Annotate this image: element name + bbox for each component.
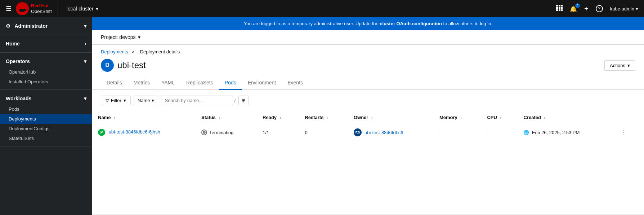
pod-status-icon: P xyxy=(98,129,105,136)
columns-button[interactable]: ⊞ xyxy=(238,96,249,105)
project-bar: Project: devops ▾ xyxy=(92,30,644,45)
cpu-sort-icon[interactable]: ↕ xyxy=(500,116,501,120)
workloads-chevron-icon: ▾ xyxy=(84,96,86,101)
tabs-bar: Details Metrics YAML ReplicaSets Pods En… xyxy=(92,76,644,90)
pod-name-link[interactable]: ubi-test-8846fdbc6-6jhsh xyxy=(109,129,160,135)
page-title-area: D ubi-test xyxy=(101,59,146,72)
operatorhub-label: OperatorHub xyxy=(9,69,36,75)
sidebar-item-statefulsets[interactable]: StatefulSets xyxy=(0,133,92,143)
help-button[interactable]: ? xyxy=(596,5,603,12)
sidebar-item-operatorhub[interactable]: OperatorHub xyxy=(0,67,92,77)
created-sort-icon[interactable]: ↕ xyxy=(544,116,546,120)
tab-replicasets[interactable]: ReplicaSets xyxy=(180,76,219,90)
pod-row-actions-cell: ⋮ xyxy=(613,124,644,141)
svg-rect-3 xyxy=(556,5,558,6)
sidebar-item-deploymentconfigs[interactable]: DeploymentConfigs xyxy=(0,124,92,133)
breadcrumb-deployments[interactable]: Deployments xyxy=(101,49,128,54)
table-row: P ubi-test-8846fdbc6-6jhsh xyxy=(92,124,644,141)
name-select[interactable]: Name ▾ xyxy=(134,96,158,105)
sidebar-item-pods[interactable]: Pods xyxy=(0,104,92,114)
brand-openshift: OpenShift xyxy=(31,9,52,14)
tab-yaml[interactable]: YAML xyxy=(156,76,180,90)
alert-banner: You are logged in as a temporary adminis… xyxy=(92,17,644,30)
cluster-selector[interactable]: local-cluster ▾ xyxy=(67,6,98,12)
actions-button[interactable]: Actions ▾ xyxy=(604,60,635,71)
sidebar-item-deployments[interactable]: Deployments xyxy=(0,114,92,124)
col-restarts: Restarts ↕ xyxy=(299,111,348,124)
svg-rect-4 xyxy=(559,5,560,6)
add-button[interactable]: + xyxy=(584,5,589,13)
tab-events[interactable]: Events xyxy=(282,76,309,90)
table-header: Name ↑ Status ↕ Ready ↕ xyxy=(92,111,644,124)
alert-text2: to allow others to log in. xyxy=(443,21,493,26)
rs-badge: RS xyxy=(354,128,362,136)
project-selector[interactable]: Project: devops ▾ xyxy=(101,34,140,40)
filter-button[interactable]: ▽ Filter ▾ xyxy=(101,96,131,105)
status-sort-icon[interactable]: ↕ xyxy=(218,116,220,120)
owner-link[interactable]: ubi-test-8846fdbc6 xyxy=(365,130,403,135)
notifications-badge: 4 xyxy=(575,3,580,8)
terminating-icon xyxy=(201,130,207,135)
oauth-config-link[interactable]: cluster OAuth configuration xyxy=(380,21,442,26)
cluster-dropdown-icon: ▾ xyxy=(96,6,98,12)
sidebar-operators-section: Operators ▾ OperatorHub Installed Operat… xyxy=(0,53,92,90)
name-select-chevron-icon: ▾ xyxy=(152,98,154,103)
svg-rect-6 xyxy=(556,7,558,9)
top-navigation: ☰ Red Hat OpenShift local-cluster ▾ xyxy=(0,0,644,17)
col-created: Created ↕ xyxy=(518,111,613,124)
col-ready: Ready ↕ xyxy=(257,111,299,124)
sidebar-home[interactable]: Home › xyxy=(0,38,92,49)
tab-metrics[interactable]: Metrics xyxy=(128,76,156,90)
row-actions-button[interactable]: ⋮ xyxy=(618,128,629,137)
svg-point-2 xyxy=(21,6,24,9)
status-label: Terminating xyxy=(209,130,233,135)
tab-pods[interactable]: Pods xyxy=(219,76,242,90)
deploymentconfigs-label: DeploymentConfigs xyxy=(9,126,49,131)
home-label: Home xyxy=(6,41,20,47)
tab-details[interactable]: Details xyxy=(101,76,128,90)
owner-sort-icon[interactable]: ↕ xyxy=(371,116,373,120)
actions-chevron-icon: ▾ xyxy=(627,63,630,68)
memory-sort-icon[interactable]: ↕ xyxy=(460,116,462,120)
sidebar-administrator[interactable]: ⚙ Administrator ▾ xyxy=(0,20,92,32)
notifications-button[interactable]: 🔔 4 xyxy=(570,5,577,12)
table-body: P ubi-test-8846fdbc6-6jhsh xyxy=(92,124,644,141)
sidebar-home-section: Home › xyxy=(0,35,92,53)
sidebar-item-installed-operators[interactable]: Installed Operators xyxy=(0,77,92,87)
name-sort-icon[interactable]: ↑ xyxy=(113,116,115,120)
top-nav-right: 🔔 4 + ? kube:admin ▾ xyxy=(556,5,638,13)
tab-environment-label: Environment xyxy=(248,80,276,85)
svg-rect-10 xyxy=(559,9,560,11)
pod-restarts-cell: 0 xyxy=(299,124,348,141)
svg-rect-5 xyxy=(561,5,563,6)
pod-status-cell: Terminating xyxy=(196,124,257,141)
breadcrumb: Deployments > Deployment details xyxy=(92,45,644,54)
tab-events-label: Events xyxy=(287,80,303,85)
pod-created-cell: 🌐 Feb 26, 2025, 2:53 PM xyxy=(518,124,613,141)
hamburger-menu[interactable]: ☰ xyxy=(6,5,12,13)
brand-logo: Red Hat OpenShift xyxy=(16,2,58,15)
svg-rect-11 xyxy=(561,9,563,11)
operators-chevron-icon: ▾ xyxy=(84,58,86,64)
tab-metrics-label: Metrics xyxy=(134,80,150,85)
no-entry-icon xyxy=(203,131,206,134)
globe-icon: 🌐 xyxy=(523,130,529,135)
sidebar-operators[interactable]: Operators ▾ xyxy=(0,56,92,67)
user-menu[interactable]: kube:admin ▾ xyxy=(610,6,638,12)
question-icon: ? xyxy=(596,5,603,12)
sidebar: ⚙ Administrator ▾ Home › Operators ▾ Ope… xyxy=(0,17,92,215)
restarts-sort-icon[interactable]: ↕ xyxy=(326,116,328,120)
col-name: Name ↑ xyxy=(92,111,196,124)
workloads-label: Workloads xyxy=(6,96,31,101)
search-input[interactable] xyxy=(161,96,233,105)
ready-sort-icon[interactable]: ↕ xyxy=(279,116,281,120)
page-title: ubi-test xyxy=(117,60,146,70)
tab-yaml-label: YAML xyxy=(161,80,175,85)
grid-menu-button[interactable] xyxy=(556,5,563,13)
tab-environment[interactable]: Environment xyxy=(242,76,282,90)
sidebar-workloads[interactable]: Workloads ▾ xyxy=(0,93,92,104)
name-select-label: Name xyxy=(138,98,150,103)
sidebar-workloads-section: Workloads ▾ Pods Deployments DeploymentC… xyxy=(0,90,92,146)
installed-operators-label: Installed Operators xyxy=(9,79,48,84)
filter-bar: ▽ Filter ▾ Name ▾ / ⊞ xyxy=(92,90,644,111)
